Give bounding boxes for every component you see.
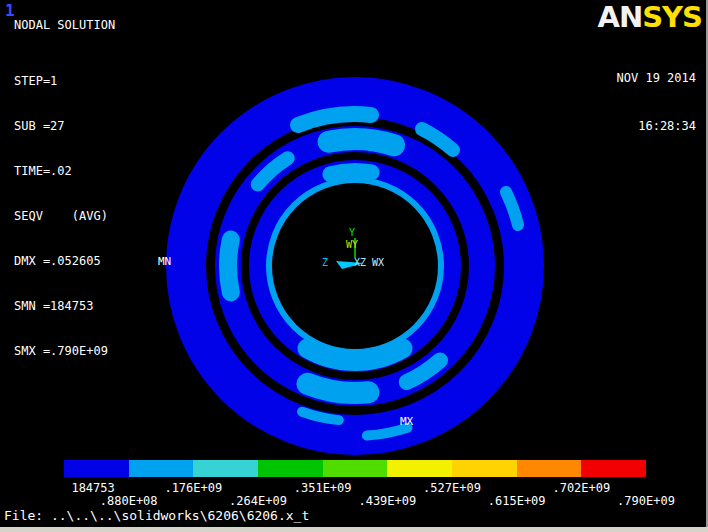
ansys-logo: ANSYS bbox=[598, 0, 703, 34]
legend-label: 184753 bbox=[71, 481, 114, 495]
info-line-dmx: DMX =.052605 bbox=[14, 254, 108, 269]
legend-label: .880E+08 bbox=[100, 494, 158, 508]
legend-segment bbox=[517, 460, 582, 477]
legend-segment bbox=[129, 460, 194, 477]
legend-segment bbox=[323, 460, 388, 477]
info-line-smn: SMN =184753 bbox=[14, 299, 108, 314]
info-line-step: STEP=1 bbox=[14, 74, 108, 89]
triad: Y WY Z XZ WX bbox=[322, 227, 384, 269]
legend-label: .351E+09 bbox=[294, 481, 352, 495]
window-border-bottom bbox=[0, 527, 708, 532]
triad-z-label: Z bbox=[322, 257, 328, 268]
legend-segment bbox=[193, 460, 258, 477]
patch bbox=[228, 240, 231, 293]
triad-y-label: Y bbox=[349, 227, 355, 238]
ansys-window: Y WY Z XZ WX MN MX 1 NODAL SOLUTION STEP… bbox=[0, 0, 708, 532]
min-marker: MN bbox=[158, 255, 171, 268]
contour-legend: 184753 .176E+09 .351E+09 .527E+09 .702E+… bbox=[64, 460, 646, 508]
logo-sys-text: SYS bbox=[642, 0, 702, 34]
legend-bar bbox=[64, 460, 646, 477]
patch bbox=[330, 171, 371, 174]
legend-label: .702E+09 bbox=[552, 481, 610, 495]
patch bbox=[307, 384, 368, 393]
datetime: NOV 19 2014 16:28:34 bbox=[617, 38, 696, 166]
triad-wx-label: WX bbox=[372, 257, 384, 268]
legend-label: .264E+09 bbox=[229, 494, 287, 508]
legend-segment bbox=[387, 460, 452, 477]
info-line-seqv: SEQV (AVG) bbox=[14, 209, 108, 224]
info-line-time: TIME=.02 bbox=[14, 164, 108, 179]
triad-wy-label: WY bbox=[346, 239, 358, 250]
legend-segment bbox=[258, 460, 323, 477]
max-marker: MX bbox=[400, 415, 414, 428]
legend-label: .439E+09 bbox=[358, 494, 416, 508]
info-line-smx: SMX =.790E+09 bbox=[14, 344, 108, 359]
time-text: 16:28:34 bbox=[617, 118, 696, 134]
logo-an-text: AN bbox=[598, 0, 643, 34]
patch bbox=[298, 114, 371, 125]
info-line-sub: SUB =27 bbox=[14, 119, 108, 134]
solution-info: STEP=1 SUB =27 TIME=.02 SEQV (AVG) DMX =… bbox=[14, 44, 108, 389]
file-path: File: ..\..\..\solidworks\6206\6206.x_t bbox=[4, 508, 309, 523]
legend-label: .176E+09 bbox=[164, 481, 222, 495]
date-text: NOV 19 2014 bbox=[617, 70, 696, 86]
legend-label: .615E+09 bbox=[488, 494, 546, 508]
legend-label: .527E+09 bbox=[423, 481, 481, 495]
triad-xz-label: XZ bbox=[354, 257, 366, 268]
legend-segment bbox=[452, 460, 517, 477]
legend-label: .790E+09 bbox=[617, 494, 675, 508]
legend-segment bbox=[64, 460, 129, 477]
legend-segment bbox=[581, 460, 646, 477]
patch bbox=[329, 139, 395, 145]
page-title: NODAL SOLUTION bbox=[14, 18, 115, 32]
